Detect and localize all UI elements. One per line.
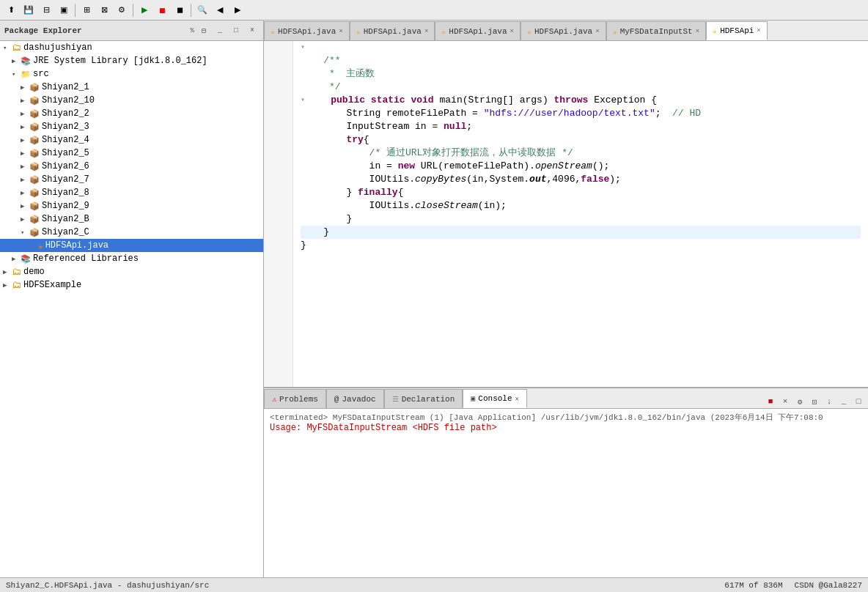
collapse-arrow[interactable]: ▾ xyxy=(301,41,305,54)
toolbar-btn3[interactable]: ▣ xyxy=(56,3,72,18)
console-maximize-btn[interactable]: □ xyxy=(852,395,865,408)
tree-item-shiyan2_4[interactable]: ▶ 📦 Shiyan2_4 xyxy=(0,133,263,147)
tab-close-btn[interactable]: × xyxy=(757,27,760,34)
toolbar-run-btn[interactable]: ▶ xyxy=(136,3,152,18)
console-minimize-btn[interactable]: _ xyxy=(837,395,850,408)
code-text: (); xyxy=(592,160,609,173)
java-tab-icon: ☕ xyxy=(356,27,361,36)
tab-close-btn[interactable]: × xyxy=(696,28,699,35)
tree-item-reflibs[interactable]: ▶ 📚 Referenced Libraries xyxy=(0,252,263,265)
code-line: String remoteFilePath = "hdfs:///user/ha… xyxy=(301,107,861,120)
tree-item-shiyan2_b[interactable]: ▶ 📦 Shiyan2_B xyxy=(0,212,263,226)
tree-item-shiyan2_8[interactable]: ▶ 📦 Shiyan2_8 xyxy=(0,186,263,199)
tree-item-dashujushiyan[interactable]: ▾ 🗂 dashujushiyan xyxy=(0,41,263,54)
toolbar-debug-btn[interactable]: ◼ xyxy=(172,3,188,18)
toolbar-save-btn[interactable]: 💾 xyxy=(21,3,37,18)
code-line: try { xyxy=(301,133,861,147)
editor-tab-6[interactable]: ☕ HDFSApi × xyxy=(706,21,768,40)
tab-close-btn[interactable]: × xyxy=(424,28,428,35)
tree-label: Shiyan2_10 xyxy=(42,95,95,106)
editor-tab-4[interactable]: ☕ HDFSApi.java × xyxy=(521,21,606,40)
toolbar-sep1 xyxy=(75,4,76,17)
ln xyxy=(270,199,287,212)
tree-label: JRE System Library [jdk1.8.0_162] xyxy=(33,56,207,66)
bottom-tab-declaration[interactable]: ☰ Declaration xyxy=(384,389,463,408)
expand-arrow: ▶ xyxy=(3,268,12,276)
tab-close-btn[interactable]: × xyxy=(510,28,514,35)
panel-maximize-btn[interactable]: □ xyxy=(229,24,243,37)
code-text: "hdfs:///user/hadoop/text.txt" xyxy=(484,107,655,120)
tab-close-btn[interactable]: × xyxy=(595,28,599,35)
code-text: in = xyxy=(301,160,398,173)
tree-label: Referenced Libraries xyxy=(33,254,139,264)
code-line: IOUtils. closeStream (in); xyxy=(301,199,861,212)
code-text: IOUtils. xyxy=(301,173,415,186)
tree-item-shiyan2_c[interactable]: ▾ 📦 Shiyan2_C xyxy=(0,226,263,239)
editor-tab-2[interactable]: ☕ HDFSApi.java × xyxy=(350,21,435,40)
toolbar-stop-btn[interactable]: ⏹ xyxy=(154,3,170,18)
toolbar-btn4[interactable]: ⊞ xyxy=(78,3,95,18)
toolbar-fwd-btn[interactable]: ▶ xyxy=(229,3,246,18)
code-line: } finally { xyxy=(301,186,861,199)
tree-item-shiyan2_9[interactable]: ▶ 📦 Shiyan2_9 xyxy=(0,199,263,212)
collapse-arrow[interactable]: ▾ xyxy=(301,94,305,107)
expand-arrow: ▶ xyxy=(12,57,21,65)
console-close-btn[interactable]: × xyxy=(779,395,792,408)
code-text: static xyxy=(371,94,411,107)
toolbar-print-btn[interactable]: ⊟ xyxy=(38,3,54,18)
toolbar-search-btn[interactable]: 🔍 xyxy=(194,3,210,18)
code-text: new xyxy=(398,160,421,173)
tree-item-shiyan2_3[interactable]: ▶ 📦 Shiyan2_3 xyxy=(0,120,263,133)
code-line: } xyxy=(301,239,861,252)
tab-label: HDFSApi.java xyxy=(278,27,336,36)
toolbar-btn6[interactable]: ⚙ xyxy=(114,3,130,18)
tab-label: Console xyxy=(478,394,512,403)
bottom-tab-problems[interactable]: ⚠ Problems xyxy=(264,389,326,408)
panel-collapse-btn[interactable]: ⊟ xyxy=(197,24,210,37)
console-scroll-btn[interactable]: ↓ xyxy=(823,395,836,408)
code-text: ); xyxy=(609,173,621,186)
status-file-path: Shiyan2_C.HDFSApi.java - dashujushiyan/s… xyxy=(6,581,724,590)
code-editor[interactable]: ▾ /** * 主函数 */ ▾ public xyxy=(264,41,868,387)
code-text: ,4096, xyxy=(546,173,581,186)
tree-item-jre[interactable]: ▶ 📚 JRE System Library [jdk1.8.0_162] xyxy=(0,54,263,67)
code-text: openStream xyxy=(535,160,592,173)
tree-item-shiyan2_2[interactable]: ▶ 📦 Shiyan2_2 xyxy=(0,107,263,120)
tree-item-src[interactable]: ▾ 📁 src xyxy=(0,67,263,81)
tab-close-btn[interactable]: × xyxy=(339,28,342,35)
bottom-tab-javadoc[interactable]: @ Javadoc xyxy=(326,389,384,408)
panel-close-btn[interactable]: × xyxy=(246,24,259,37)
toolbar-new-btn[interactable]: ⬆ xyxy=(3,3,19,18)
tree-item-shiyan2_1[interactable]: ▶ 📦 Shiyan2_1 xyxy=(0,81,263,94)
tree-item-demo[interactable]: ▶ 🗂 demo xyxy=(0,265,263,278)
console-settings-btn[interactable]: ⚙ xyxy=(793,395,806,408)
tree-item-shiyan2_10[interactable]: ▶ 📦 Shiyan2_10 xyxy=(0,94,263,107)
tree-item-hdfsexample[interactable]: ▶ 🗂 HDFSExample xyxy=(0,278,263,292)
package-icon: 📦 xyxy=(29,188,40,198)
tree-item-shiyan2_7[interactable]: ▶ 📦 Shiyan2_7 xyxy=(0,173,263,186)
console-copy-btn[interactable]: ⊡ xyxy=(808,395,821,408)
code-text: main(String[] args) xyxy=(439,94,553,107)
ln xyxy=(270,212,287,226)
editor-tab-1[interactable]: ☕ HDFSApi.java × xyxy=(264,21,350,40)
editor-tab-5[interactable]: ☕ MyFSDataInputSt × xyxy=(606,21,706,40)
ln xyxy=(270,54,287,67)
tree-item-shiyan2_5[interactable]: ▶ 📦 Shiyan2_5 xyxy=(0,147,263,160)
tree-item-shiyan2_6[interactable]: ▶ 📦 Shiyan2_6 xyxy=(0,160,263,173)
toolbar-back-btn[interactable]: ◀ xyxy=(212,3,228,18)
editor-tab-3[interactable]: ☕ HDFSApi.java × xyxy=(435,21,521,40)
code-content: ▾ /** * 主函数 */ ▾ public xyxy=(264,41,868,387)
status-memory: 617M of 836M xyxy=(724,581,782,590)
code-text: closeStream xyxy=(415,199,478,212)
expand-arrow: ▶ xyxy=(12,255,21,263)
code-text: // HD xyxy=(672,107,701,120)
bottom-tab-console[interactable]: ▣ Console ✕ xyxy=(463,389,527,408)
expand-arrow: ▶ xyxy=(21,123,29,131)
toolbar-btn5[interactable]: ⊠ xyxy=(96,3,112,18)
console-stop-btn[interactable]: ■ xyxy=(764,395,777,408)
package-explorer-panel: Package Explorer % ⊟ _ □ × ▾ 🗂 dashujush… xyxy=(0,21,264,577)
code-text: public xyxy=(308,94,371,107)
tree-item-hdfsapi[interactable]: ☕ HDFSApi.java xyxy=(0,239,263,252)
code-text: out xyxy=(529,173,546,186)
panel-minimize-btn[interactable]: _ xyxy=(213,24,227,37)
